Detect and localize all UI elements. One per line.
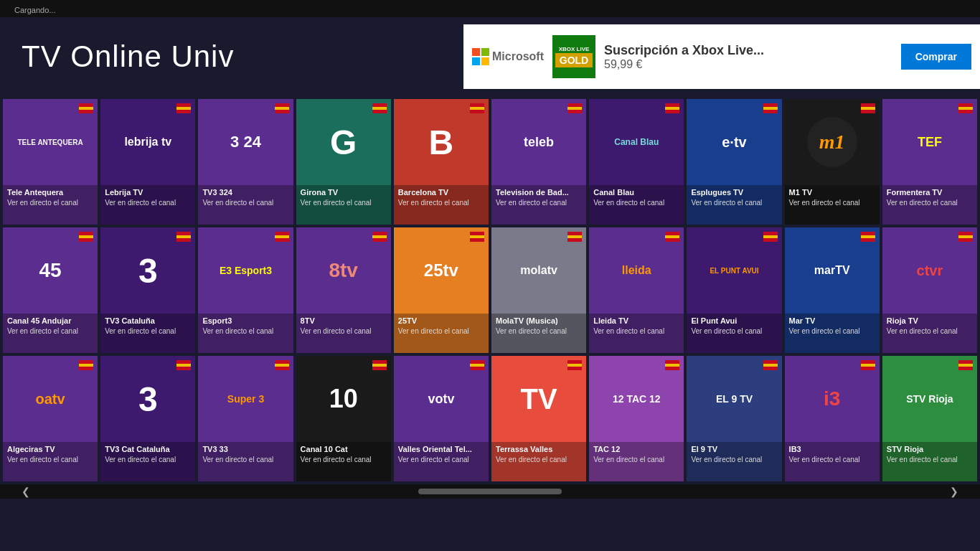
channel-card[interactable]: 3TV3 CataluñaVer en directo el canal (100, 227, 195, 353)
channel-card[interactable]: 25tv25TVVer en directo el canal (394, 227, 489, 353)
channel-logo-area: votv (394, 356, 489, 442)
channel-name: Barcelona TV (398, 188, 484, 197)
channel-name: Valles Oriental Tel... (398, 445, 484, 453)
spain-flag-icon (958, 232, 973, 242)
spain-flag-icon (275, 360, 289, 370)
channel-name: TV3 Cat Cataluña (105, 445, 191, 453)
spain-flag-icon (665, 103, 679, 113)
channel-card[interactable]: ctvrRioja TVVer en directo el canal (882, 227, 977, 353)
channel-card[interactable]: 45Canal 45 AndujarVer en directo el cana… (3, 227, 98, 353)
channel-logo-text: 25tv (421, 258, 461, 283)
channel-card[interactable]: BBarcelona TVVer en directo el canal (394, 99, 489, 225)
channel-logo-text: 12 TAC 12 (610, 390, 664, 408)
channel-info: Mar TVVer en directo el canal (785, 314, 880, 353)
channel-logo-text: 8tv (326, 256, 360, 285)
channel-logo-text: teleb (521, 132, 557, 153)
channel-logo-area: EL 9 TV (687, 356, 781, 442)
channel-logo-text: 45 (37, 256, 65, 285)
xbox-logo: XBOX LIVE GOLD (552, 35, 595, 78)
channel-desc: Ver en directo el canal (301, 198, 387, 207)
channel-card[interactable]: 10Canal 10 CatVer en directo el canal (296, 356, 391, 481)
channel-card[interactable]: oatvAlgeciras TVVer en directo el canal (3, 356, 98, 481)
channel-logo-text: marTV (811, 261, 853, 280)
channel-logo-text: 3 (136, 377, 161, 422)
channel-desc: Ver en directo el canal (887, 455, 973, 464)
spain-flag-icon (372, 360, 387, 370)
channel-logo-area: 45 (3, 227, 98, 314)
channel-logo-text: lleida (619, 261, 654, 280)
channel-card[interactable]: 12 TAC 12TAC 12Ver en directo el canal (589, 356, 684, 481)
channel-card[interactable]: E3 Esport3Esport3Ver en directo el canal (198, 227, 293, 353)
channel-desc: Ver en directo el canal (7, 198, 93, 207)
channel-desc: Ver en directo el canal (202, 455, 288, 464)
channel-card[interactable]: TEFFormentera TVVer en directo el canal (882, 99, 977, 225)
channel-card[interactable]: e·tvEsplugues TVVer en directo el canal (687, 99, 781, 225)
channel-card[interactable]: votvValles Oriental Tel...Ver en directo… (394, 356, 489, 481)
channel-card[interactable]: TELE ANTEQUERATele AntequeraVer en direc… (3, 99, 98, 225)
channel-card[interactable]: GGirona TVVer en directo el canal (296, 99, 391, 225)
channel-name: Mar TV (789, 316, 875, 325)
channel-card[interactable]: TVTerrassa VallesVer en directo el canal (491, 356, 586, 481)
channel-logo-area: Canal Blau (589, 99, 684, 185)
channel-desc: Ver en directo el canal (202, 198, 288, 207)
channel-name: 25TV (398, 316, 484, 325)
channel-name: TV3 33 (202, 445, 288, 453)
channel-logo-text: e·tv (719, 131, 749, 154)
channel-card[interactable]: telebTelevision de Bad...Ver en directo … (491, 99, 586, 225)
spain-flag-icon (567, 232, 582, 242)
channel-info: Algeciras TVVer en directo el canal (3, 442, 98, 481)
channel-name: Formentera TV (887, 188, 973, 197)
channel-desc: Ver en directo el canal (789, 455, 875, 464)
channel-card[interactable]: 8tv8TVVer en directo el canal (296, 227, 391, 353)
channel-card[interactable]: 3 24TV3 324Ver en directo el canal (198, 99, 293, 225)
channel-desc: Ver en directo el canal (887, 198, 973, 207)
channel-info: TV3 33Ver en directo el canal (198, 442, 293, 481)
microsoft-grid-icon (472, 48, 489, 65)
channel-card[interactable]: m1M1 TVVer en directo el canal (785, 99, 880, 225)
scroll-left-arrow[interactable]: ❮ (22, 486, 30, 497)
spain-flag-icon (861, 360, 875, 370)
xbox-text: XBOX LIVE (559, 46, 590, 53)
channel-name: El 9 TV (691, 445, 777, 453)
channel-logo-text: oatv (33, 388, 68, 410)
channel-info: M1 TVVer en directo el canal (785, 185, 880, 225)
gold-badge: GOLD (555, 53, 593, 67)
scroll-thumb[interactable] (418, 489, 562, 494)
channel-name: Lleida TV (593, 316, 679, 325)
channel-desc: Ver en directo el canal (593, 326, 679, 336)
channel-card[interactable]: lleidaLleida TVVer en directo el canal (589, 227, 684, 353)
ad-title: Suscripción a Xbox Live... (604, 43, 892, 58)
channel-logo-area: 25tv (394, 227, 489, 314)
channel-info: TV3 324Ver en directo el canal (198, 185, 293, 225)
channel-card[interactable]: STV RiojaSTV RiojaVer en directo el cana… (882, 356, 977, 481)
channel-name: Tele Antequera (7, 188, 93, 197)
channel-name: Lebrija TV (105, 188, 191, 197)
channel-card[interactable]: Canal BlauCanal BlauVer en directo el ca… (589, 99, 684, 225)
channel-logo-text: 3 (136, 248, 161, 293)
spain-flag-icon (861, 103, 875, 113)
scroll-right-arrow[interactable]: ❯ (950, 486, 958, 497)
channel-card[interactable]: molatvMolaTV (Musica)Ver en directo el c… (491, 227, 586, 353)
channel-info: TV3 Cat CataluñaVer en directo el canal (100, 442, 195, 481)
channel-card[interactable]: Super 3TV3 33Ver en directo el canal (198, 356, 293, 481)
spain-flag-icon (665, 360, 679, 370)
channel-desc: Ver en directo el canal (496, 455, 582, 464)
channel-logo-text: G (327, 120, 359, 165)
channel-card[interactable]: lebrija tvLebrija TVVer en directo el ca… (100, 99, 195, 225)
channel-desc: Ver en directo el canal (398, 198, 484, 207)
ad-buy-button[interactable]: Comprar (901, 44, 971, 70)
spain-flag-icon (567, 103, 582, 113)
channel-card[interactable]: 3TV3 Cat CataluñaVer en directo el canal (100, 356, 195, 481)
channel-card[interactable]: EL PUNT AVUIEl Punt AvuiVer en directo e… (687, 227, 781, 353)
channel-card[interactable]: i3IB3Ver en directo el canal (785, 356, 880, 481)
title-bar-text: Cargando... (14, 6, 55, 14)
channel-logo-area: oatv (3, 356, 98, 442)
channel-info: Valles Oriental Tel...Ver en directo el … (394, 442, 489, 481)
channel-card[interactable]: marTVMar TVVer en directo el canal (785, 227, 880, 353)
channel-card[interactable]: EL 9 TVEl 9 TVVer en directo el canal (687, 356, 781, 481)
channel-desc: Ver en directo el canal (7, 455, 93, 464)
channel-logo-area: Super 3 (198, 356, 293, 442)
channel-info: Canal 45 AndujarVer en directo el canal (3, 314, 98, 353)
microsoft-label: Microsoft (492, 50, 544, 63)
channel-logo-area: TEF (882, 99, 977, 185)
